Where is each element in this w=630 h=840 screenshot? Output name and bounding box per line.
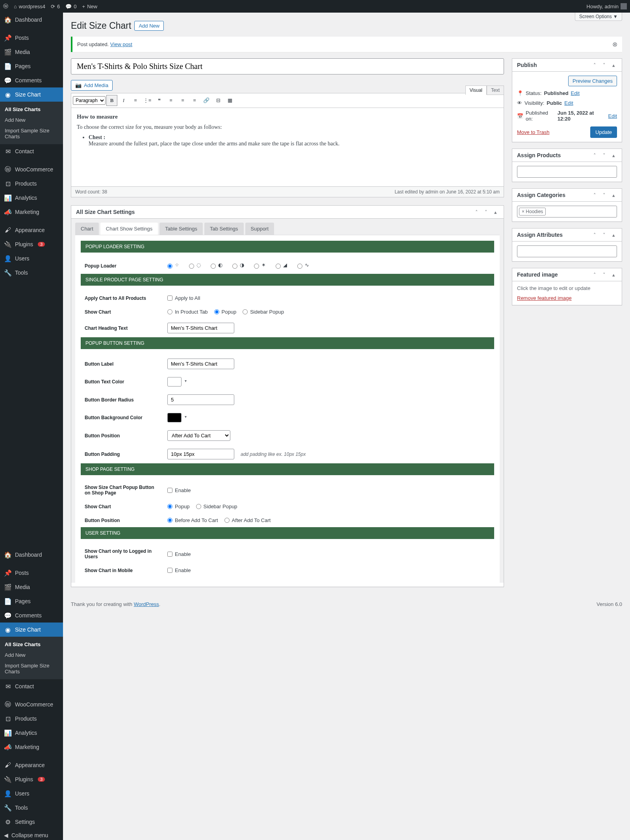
tab-table[interactable]: Table Settings — [159, 223, 203, 235]
menu2-plugins[interactable]: 🔌Plugins3 — [0, 772, 63, 786]
menu-contact[interactable]: ✉Contact — [0, 144, 63, 158]
menu2-pages[interactable]: 📄Pages — [0, 594, 63, 608]
loader-opt-4[interactable] — [232, 264, 237, 269]
submenu2-all-charts[interactable]: All Size Charts — [0, 639, 63, 650]
menu2-contact[interactable]: ✉Contact — [0, 679, 63, 693]
edit-status-link[interactable]: Edit — [571, 90, 580, 96]
menu2-users[interactable]: 👤Users — [0, 786, 63, 801]
menu2-tools[interactable]: 🔧Tools — [0, 801, 63, 815]
ol-button[interactable]: ⋮≡ — [142, 95, 153, 106]
move-down-icon[interactable]: ˅ — [600, 272, 608, 278]
menu2-comments[interactable]: 💬Comments — [0, 608, 63, 623]
edit-visibility-link[interactable]: Edit — [564, 100, 573, 106]
ul-button[interactable]: ≡ — [130, 95, 141, 106]
apply-all-checkbox[interactable] — [167, 295, 172, 301]
quote-button[interactable]: ❝ — [154, 95, 165, 106]
post-title-input[interactable] — [71, 58, 504, 74]
tab-support[interactable]: Support — [245, 223, 274, 235]
tab-chart-show[interactable]: Chart Show Settings — [100, 223, 158, 235]
menu-plugins[interactable]: 🔌Plugins3 — [0, 237, 63, 251]
menu-tools[interactable]: 🔧Tools — [0, 266, 63, 280]
assign-categories-input[interactable]: × Hoodies — [517, 206, 617, 217]
loader-opt-5[interactable] — [254, 264, 259, 269]
text-tab[interactable]: Text — [487, 85, 504, 95]
howdy-account[interactable]: Howdy, admin — [587, 3, 627, 9]
visual-tab[interactable]: Visual — [465, 85, 487, 95]
align-right-button[interactable]: ≡ — [189, 95, 200, 106]
move-up-icon[interactable]: ˄ — [591, 192, 598, 198]
shop-enable-checkbox[interactable] — [167, 488, 172, 493]
submenu2-import[interactable]: Import Sample Size Charts — [0, 660, 63, 677]
loader-opt-3[interactable] — [211, 264, 216, 269]
move-down-icon[interactable]: ˅ — [482, 209, 489, 215]
submenu2-add-new[interactable]: Add New — [0, 650, 63, 660]
menu-marketing[interactable]: 📣Marketing — [0, 205, 63, 219]
menu-appearance[interactable]: 🖌Appearance — [0, 223, 63, 237]
menu2-posts[interactable]: 📌Posts — [0, 566, 63, 580]
text-color-picker[interactable] — [167, 377, 182, 387]
menu2-appearance[interactable]: 🖌Appearance — [0, 758, 63, 772]
move-down-icon[interactable]: ˅ — [600, 232, 608, 238]
menu-pages[interactable]: 📄Pages — [0, 59, 63, 73]
format-select[interactable]: Paragraph — [73, 96, 106, 105]
shop-sidebar-radio[interactable] — [196, 504, 201, 509]
loader-opt-7[interactable] — [297, 264, 302, 269]
site-name-link[interactable]: ⌂ wordpress4 — [14, 4, 45, 9]
toggle-icon[interactable]: ▴ — [492, 209, 499, 215]
italic-button[interactable]: I — [118, 95, 129, 106]
menu2-settings[interactable]: ⚙Settings — [0, 815, 63, 829]
submenu-all-charts[interactable]: All Size Charts — [0, 104, 63, 115]
loader-opt-1[interactable] — [167, 264, 172, 269]
comments-link[interactable]: 💬 0 — [65, 4, 76, 9]
menu2-size-chart[interactable]: ◉Size Chart — [0, 623, 63, 637]
toggle-icon[interactable]: ▴ — [610, 192, 617, 198]
update-button[interactable]: Update — [590, 126, 617, 138]
editor-content[interactable]: How to measure To choose the correct siz… — [71, 108, 504, 187]
add-media-button[interactable]: 📷Add Media — [71, 80, 113, 91]
move-up-icon[interactable]: ˄ — [591, 62, 598, 68]
show-in-tab-radio[interactable] — [167, 309, 172, 314]
toggle-icon[interactable]: ▴ — [610, 272, 617, 278]
menu-analytics[interactable]: 📊Analytics — [0, 191, 63, 205]
move-to-trash-link[interactable]: Move to Trash — [517, 129, 549, 135]
tab-chart[interactable]: Chart — [75, 223, 99, 235]
menu2-marketing[interactable]: 📣Marketing — [0, 740, 63, 754]
bold-button[interactable]: B — [106, 95, 117, 106]
align-left-button[interactable]: ≡ — [165, 95, 176, 106]
menu2-products[interactable]: ⊡Products — [0, 712, 63, 726]
submenu-import[interactable]: Import Sample Size Charts — [0, 125, 63, 142]
edit-date-link[interactable]: Edit — [608, 113, 617, 119]
button-padding-input[interactable] — [167, 449, 234, 459]
mobile-checkbox[interactable] — [167, 568, 172, 573]
link-button[interactable]: 🔗 — [201, 95, 212, 106]
menu-posts[interactable]: 📌Posts — [0, 31, 63, 45]
toggle-icon[interactable]: ▴ — [610, 152, 617, 158]
menu-users[interactable]: 👤Users — [0, 251, 63, 266]
loader-opt-6[interactable] — [276, 264, 281, 269]
add-new-button[interactable]: Add New — [134, 21, 164, 31]
menu-woocommerce[interactable]: ⓌWooCommerce — [0, 162, 63, 177]
button-pos-select[interactable]: After Add To Cart — [167, 430, 230, 441]
submenu-add-new[interactable]: Add New — [0, 115, 63, 125]
screen-options-toggle[interactable]: Screen Options ▼ — [575, 13, 622, 21]
menu-media[interactable]: 🎬Media — [0, 45, 63, 59]
preview-changes-button[interactable]: Preview Changes — [568, 76, 617, 86]
move-down-icon[interactable]: ˅ — [600, 62, 608, 68]
loader-opt-2[interactable] — [189, 264, 194, 269]
show-popup-radio[interactable] — [214, 309, 219, 314]
move-up-icon[interactable]: ˄ — [473, 209, 480, 215]
menu2-media[interactable]: 🎬Media — [0, 580, 63, 594]
more-button[interactable]: ⊟ — [213, 95, 224, 106]
button-label-input[interactable] — [167, 359, 234, 369]
chart-heading-input[interactable] — [167, 323, 234, 333]
dismiss-notice-icon[interactable]: ⊗ — [612, 41, 617, 48]
logged-in-checkbox[interactable] — [167, 552, 172, 557]
toolbar-toggle-button[interactable]: ▦ — [224, 95, 235, 106]
wordpress-link[interactable]: WordPress — [134, 601, 159, 607]
collapse-menu[interactable]: ◀Collapse menu — [0, 829, 63, 840]
toggle-icon[interactable]: ▴ — [610, 62, 617, 68]
move-up-icon[interactable]: ˄ — [591, 232, 598, 238]
remove-featured-image-link[interactable]: Remove featured image — [517, 295, 572, 301]
menu2-woocommerce[interactable]: ⓌWooCommerce — [0, 697, 63, 712]
category-tag-hoodies[interactable]: × Hoodies — [519, 208, 546, 216]
